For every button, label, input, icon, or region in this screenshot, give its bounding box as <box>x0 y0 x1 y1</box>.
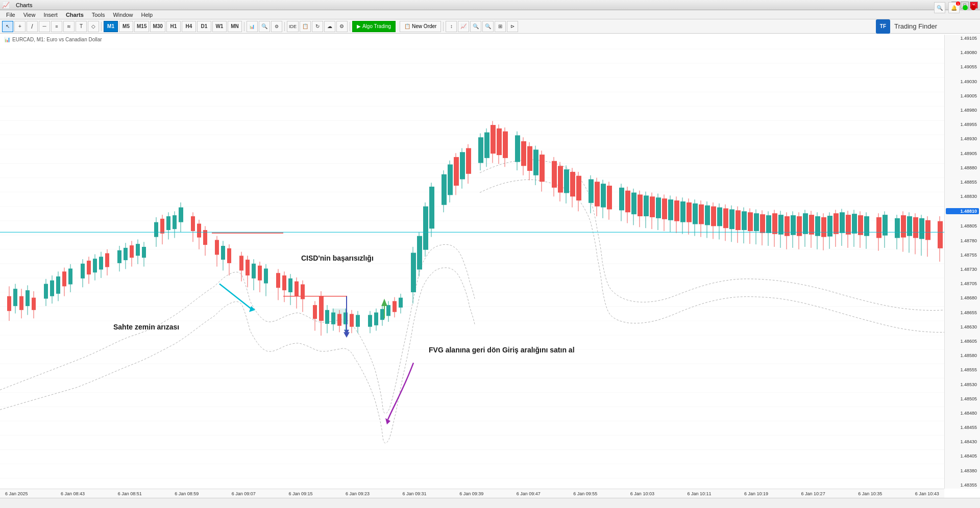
svg-rect-82 <box>191 216 195 231</box>
time-0931: 6 Jan 09:31 <box>403 491 427 496</box>
algo-trading-button[interactable]: ▶ Algo Trading <box>352 21 396 32</box>
svg-rect-216 <box>656 197 661 218</box>
crosshair-tool[interactable]: + <box>14 21 26 32</box>
svg-rect-115 <box>313 305 317 319</box>
svg-rect-56 <box>93 259 97 272</box>
svg-rect-258 <box>785 216 790 236</box>
tf-m5[interactable]: M5 <box>119 21 133 32</box>
svg-rect-222 <box>674 200 679 221</box>
svg-rect-250 <box>760 214 765 233</box>
svg-rect-232 <box>705 206 710 225</box>
svg-rect-278 <box>846 215 851 235</box>
menu-help[interactable]: Help <box>137 11 157 18</box>
grid-btn[interactable]: ⊞ <box>495 21 506 32</box>
zoom-in-btn[interactable]: 🔍 <box>259 21 270 32</box>
svg-rect-246 <box>748 212 753 231</box>
price-1.48605: 1.48605 <box>946 339 979 344</box>
ide-btn[interactable]: IDE <box>287 21 299 32</box>
svg-rect-113 <box>301 285 305 299</box>
zoom-minus-btn[interactable]: 🔍 <box>470 21 481 32</box>
line-tool[interactable]: / <box>27 21 38 32</box>
shapes-tool[interactable]: ◇ <box>88 21 99 32</box>
tf-m1[interactable]: M1 <box>104 21 118 32</box>
tf-m30[interactable]: M30 <box>150 21 165 32</box>
svg-rect-111 <box>295 282 299 296</box>
menu-window[interactable]: Window <box>109 11 137 18</box>
svg-rect-256 <box>778 215 783 235</box>
settings-btn[interactable]: ⚙ <box>336 21 348 32</box>
chart-canvas[interactable]: Sahte zemin arızası CISD'nin başarısızlı… <box>0 35 944 489</box>
time-0947: 6 Jan 09:47 <box>517 491 541 496</box>
channel-tool[interactable]: ≡ <box>51 21 62 32</box>
time-0907: 6 Jan 09:07 <box>232 491 256 496</box>
time-0923: 6 Jan 09:23 <box>346 491 370 496</box>
svg-rect-78 <box>173 215 177 229</box>
svg-rect-242 <box>736 210 741 230</box>
text-tool[interactable]: T <box>76 21 87 32</box>
svg-rect-174 <box>503 132 508 158</box>
candle-btn[interactable]: 📈 <box>458 21 469 32</box>
svg-rect-294 <box>907 216 912 236</box>
nav-btn[interactable]: ↕ <box>446 21 457 32</box>
menu-file[interactable]: File <box>2 11 19 18</box>
cursor-tool[interactable]: ↖ <box>2 21 13 32</box>
menu-insert[interactable]: Insert <box>39 11 62 18</box>
trading-finder-logo: TF <box>876 19 890 34</box>
svg-rect-60 <box>105 253 109 267</box>
chart-svg <box>0 35 944 489</box>
svg-rect-64 <box>124 248 128 260</box>
titlebar-title: Charts <box>16 2 32 8</box>
svg-rect-50 <box>68 269 72 285</box>
current-price-line <box>0 232 944 233</box>
cloud-btn[interactable]: ☁ <box>324 21 335 32</box>
svg-rect-292 <box>901 215 906 238</box>
svg-rect-54 <box>87 261 91 274</box>
price-1.48980: 1.48980 <box>946 108 979 113</box>
search-icon[interactable]: 🔍 <box>934 2 945 13</box>
tf-d1[interactable]: D1 <box>197 21 211 32</box>
time-1011: 6 Jan 10:11 <box>687 491 711 496</box>
time-0939: 6 Jan 09:39 <box>459 491 483 496</box>
price-1.48930: 1.48930 <box>946 136 979 141</box>
chart-container[interactable]: 📊 EURCAD, M1: Euro vs Canadian Dollar 1.… <box>0 35 980 498</box>
price-1.48680: 1.48680 <box>946 295 979 300</box>
separator-3 <box>284 22 285 31</box>
zoom-plus-btn[interactable]: 🔍 <box>482 21 494 32</box>
tf-h1[interactable]: H1 <box>166 21 181 32</box>
properties-btn[interactable]: ⚙ <box>271 21 282 32</box>
price-current: 1.48810 <box>946 208 979 214</box>
chart-type-btn[interactable]: 📊 <box>247 21 258 32</box>
price-1.49030: 1.49030 <box>946 79 979 84</box>
fib-tool[interactable]: ≋ <box>63 21 75 32</box>
separator-5 <box>443 22 444 31</box>
svg-rect-164 <box>466 148 471 174</box>
refresh-btn[interactable]: ↻ <box>312 21 323 32</box>
svg-rect-226 <box>687 202 692 222</box>
fvg-arrow <box>388 363 413 419</box>
new-order-button[interactable]: 📋 New Order <box>400 21 441 32</box>
titlebar: 📈 Charts — □ ✕ <box>0 0 980 10</box>
svg-rect-70 <box>142 247 146 258</box>
svg-rect-268 <box>815 216 820 236</box>
svg-rect-46 <box>56 276 60 294</box>
notification-icon[interactable]: 🔔1 <box>948 2 960 13</box>
tf-w1[interactable]: W1 <box>212 21 227 32</box>
menu-charts[interactable]: Charts <box>62 11 88 18</box>
menubar: File View Insert Charts Tools Window Hel… <box>0 10 980 19</box>
hline-tool[interactable]: ─ <box>39 21 50 32</box>
auto-scroll-btn[interactable]: ⊳ <box>507 21 518 32</box>
svg-rect-186 <box>552 161 557 188</box>
svg-rect-124 <box>337 314 341 326</box>
svg-rect-40 <box>32 298 36 310</box>
time-1019: 6 Jan 10:19 <box>744 491 768 496</box>
svg-rect-95 <box>239 256 243 270</box>
tf-m15[interactable]: M15 <box>134 21 149 32</box>
menu-view[interactable]: View <box>19 11 40 18</box>
price-1.48480: 1.48480 <box>946 411 979 416</box>
titlebar-left: 📈 Charts <box>2 2 32 9</box>
svg-rect-101 <box>258 266 262 281</box>
clipboard-btn[interactable]: 📋 <box>300 21 311 32</box>
menu-tools[interactable]: Tools <box>88 11 109 18</box>
tf-h4[interactable]: H4 <box>182 21 196 32</box>
tf-mn[interactable]: MN <box>228 21 242 32</box>
